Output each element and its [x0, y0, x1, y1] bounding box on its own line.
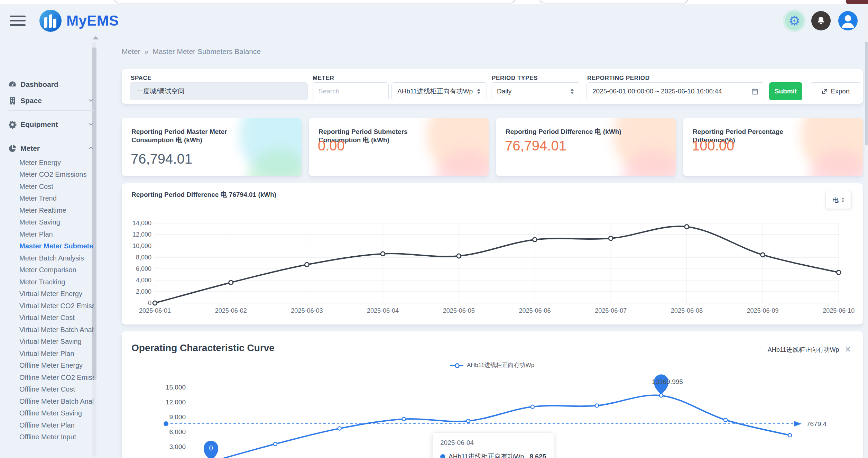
sidebar-divider	[8, 450, 94, 450]
breadcrumb-current: Master Meter Submeters Balance	[153, 47, 261, 55]
sidebar-item-offline-meter-batch-analysis[interactable]: Offline Meter Batch Analysis	[19, 395, 94, 407]
period-types-select[interactable]: Daily	[491, 82, 580, 100]
select-updown-icon	[570, 88, 574, 94]
user-avatar[interactable]	[838, 11, 858, 30]
chart-tooltip: 2025-06-04 AHb11进线柜正向有功Wp 8,625	[432, 432, 554, 458]
submit-button[interactable]: Submit	[769, 82, 802, 100]
sidebar-item-space[interactable]: Space	[0, 94, 99, 107]
sidebar-item-virtual-meter-co2-emissions[interactable]: Virtual Meter CO2 Emissions	[19, 300, 94, 312]
breadcrumb-parent[interactable]: Meter	[122, 47, 140, 55]
page-scrollbar-thumb[interactable]	[865, 42, 868, 145]
breadcrumb-separator: »	[145, 47, 149, 55]
sidebar-item-meter-plan[interactable]: Meter Plan	[19, 228, 94, 240]
sidebar-item-tenant[interactable]: Tenant	[0, 455, 99, 458]
difference-line-chart: 02,0004,0006,0008,00010,00012,00014,0002…	[122, 204, 863, 322]
filter-panel: SPACE 一度城/调试空间 METER AHb11进线柜正向有功Wp PERI…	[122, 69, 863, 104]
sidebar-item-offline-meter-plan[interactable]: Offline Meter Plan	[19, 419, 94, 431]
sidebar-divider	[8, 110, 94, 111]
svg-text:8,000: 8,000	[136, 254, 151, 261]
notifications-bell-icon[interactable]	[811, 11, 831, 30]
summary-card-value: 76,794.01	[131, 151, 192, 167]
sidebar-item-meter[interactable]: Meter	[0, 142, 99, 155]
export-icon	[821, 88, 828, 95]
brand-logo[interactable]: MyEMS	[39, 10, 119, 32]
period-types-label: PERIOD TYPES	[492, 75, 538, 82]
meter-selected-value: AHb11进线柜正向有功Wp	[397, 87, 473, 96]
svg-text:9,000: 9,000	[169, 413, 186, 421]
sidebar-item-meter-batch-analysis[interactable]: Meter Batch Analysis	[19, 252, 94, 264]
meter-label: METER	[313, 75, 334, 82]
bell-glyph	[816, 16, 826, 26]
sidebar-item-equipment[interactable]: Equipment	[0, 118, 99, 131]
myems-logo-icon	[39, 10, 62, 32]
hamburger-menu-icon[interactable]	[10, 15, 26, 27]
sidebar-scroll-up-icon[interactable]	[93, 36, 99, 39]
export-button[interactable]: Export	[810, 82, 861, 100]
sidebar-item-meter-tracking[interactable]: Meter Tracking	[19, 276, 94, 288]
sidebar-item-offline-meter-input[interactable]: Offline Meter Input	[19, 431, 94, 443]
sidebar-item-label: Equipment	[20, 120, 58, 129]
select-updown-icon	[841, 197, 845, 203]
chart2-series-tag: AHb11进线柜正向有功Wp	[768, 346, 839, 354]
sidebar-item-offline-meter-energy[interactable]: Offline Meter Energy	[19, 360, 94, 372]
calendar-icon	[751, 88, 758, 95]
sidebar-item-virtual-meter-batch-analysis[interactable]: Virtual Meter Batch Analysis	[19, 324, 94, 336]
svg-text:2025-06-09: 2025-06-09	[747, 307, 779, 314]
sidebar-item-virtual-meter-energy[interactable]: Virtual Meter Energy	[19, 288, 94, 300]
sidebar-item-meter-saving[interactable]: Meter Saving	[19, 217, 94, 228]
period-types-value: Daily	[497, 88, 511, 95]
space-label: SPACE	[131, 75, 151, 82]
summary-card-title: Reporting Period Master Meter Consumptio…	[131, 128, 264, 144]
browser-bar-fragment	[114, 0, 515, 3]
sidebar-item-virtual-meter-saving[interactable]: Virtual Meter Saving	[19, 336, 94, 348]
sidebar-item-meter-realtime[interactable]: Meter Realtime	[19, 204, 94, 216]
brand-name: MyEMS	[66, 12, 119, 29]
space-input[interactable]: 一度城/调试空间	[130, 82, 308, 100]
svg-text:4,000: 4,000	[136, 277, 151, 284]
browser-chrome-sliver	[0, 0, 868, 4]
svg-text:7679.4: 7679.4	[806, 420, 827, 428]
sidebar-item-virtual-meter-cost[interactable]: Virtual Meter Cost	[19, 312, 94, 324]
equipment-icon	[8, 120, 17, 129]
select-updown-icon	[477, 88, 481, 94]
summary-card-3: Reporting Period Difference 电 (kWh)76,79…	[496, 118, 676, 176]
sidebar-item-offline-meter-co2-emissions[interactable]: Offline Meter CO2 Emissions	[19, 372, 94, 383]
sidebar-item-dashboard[interactable]: Dashboard	[0, 78, 99, 91]
sidebar-item-meter-cost[interactable]: Meter Cost	[19, 181, 94, 192]
summary-card-value: 0.00	[318, 138, 345, 154]
legend-line-icon	[450, 363, 463, 367]
building-icon	[8, 96, 17, 105]
svg-text:3,000: 3,000	[169, 443, 186, 450]
sidebar-item-meter-energy[interactable]: Meter Energy	[19, 157, 94, 168]
sidebar-item-offline-meter-saving[interactable]: Offline Meter Saving	[19, 407, 94, 419]
svg-text:15,000: 15,000	[166, 384, 186, 391]
sidebar-item-virtual-meter-plan[interactable]: Virtual Meter Plan	[19, 348, 94, 359]
summary-card-value: 76,794.01	[505, 138, 566, 154]
svg-text:14,000: 14,000	[132, 220, 151, 227]
tooltip-series-dot	[440, 454, 445, 458]
sidebar-item-meter-comparison[interactable]: Meter Comparison	[19, 264, 94, 276]
top-header: MyEMS ⚙	[0, 4, 868, 37]
sidebar-item-offline-meter-cost[interactable]: Offline Meter Cost	[19, 384, 94, 395]
meter-search-box	[313, 82, 389, 100]
sidebar-item-master-meter-submeters-balance[interactable]: Master Meter Submeters Balance	[19, 240, 94, 252]
chart2-legend[interactable]: AHb11进线柜正向有功Wp	[122, 361, 863, 369]
sidebar-item-meter-co2-emissions[interactable]: Meter CO2 Emissions	[19, 169, 94, 181]
summary-card-2: Reporting Period Submeters Consumption 电…	[309, 118, 489, 176]
main-content: Meter»Master Meter Submeters Balance SPA…	[104, 37, 868, 458]
settings-gear-icon[interactable]: ⚙	[785, 11, 804, 30]
reporting-period-label: REPORTING PERIOD	[587, 75, 650, 82]
export-label: Export	[831, 88, 850, 95]
meter-select[interactable]: AHb11进线柜正向有功Wp	[391, 82, 487, 100]
close-icon[interactable]: ✕	[845, 345, 851, 354]
svg-text:2025-06-02: 2025-06-02	[215, 307, 247, 314]
meter-search-input[interactable]	[318, 88, 383, 95]
sidebar-item-meter-trend[interactable]: Meter Trend	[19, 193, 94, 204]
dashboard-icon	[8, 80, 17, 89]
summary-card-value: 100.00	[692, 138, 734, 154]
svg-text:12,000: 12,000	[132, 231, 151, 238]
chart2-title: Operating Characteristic Curve	[131, 342, 275, 354]
chevron-down-icon	[88, 121, 94, 128]
reporting-period-input[interactable]: 2025-06-01 00:00:00 ~ 2025-06-10 16:06:4…	[587, 82, 764, 100]
sidebar-item-label: Space	[20, 97, 42, 105]
